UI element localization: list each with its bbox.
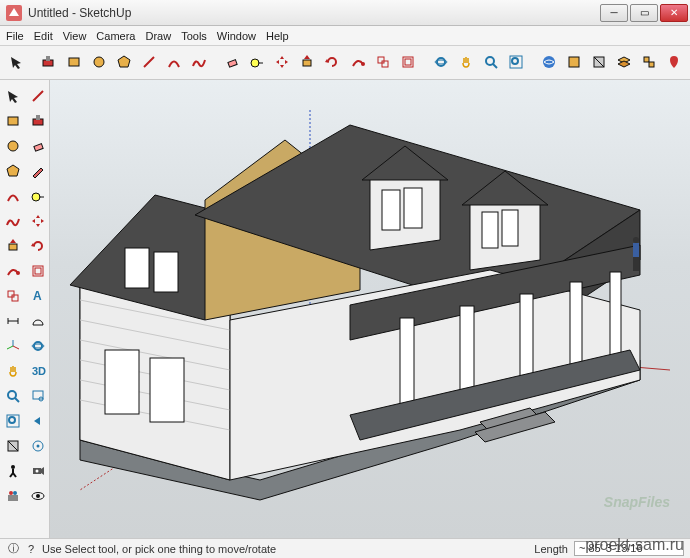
svg-point-66 bbox=[11, 465, 15, 469]
orbit-icon bbox=[30, 338, 46, 356]
menu-window[interactable]: Window bbox=[217, 30, 256, 42]
rectangle-tool[interactable] bbox=[2, 111, 24, 133]
pushpull-tool[interactable] bbox=[2, 236, 24, 258]
polygon-tool[interactable] bbox=[112, 51, 135, 75]
polygon-tool[interactable] bbox=[2, 161, 24, 183]
move-tool[interactable] bbox=[271, 51, 294, 75]
people-tool[interactable] bbox=[2, 486, 24, 508]
menu-edit[interactable]: Edit bbox=[34, 30, 53, 42]
zoom-tool[interactable] bbox=[479, 51, 502, 75]
walk-tool[interactable] bbox=[2, 461, 24, 483]
3dwarehouse-tool[interactable] bbox=[537, 51, 560, 75]
look-around-icon bbox=[30, 438, 46, 456]
offset-tool[interactable] bbox=[27, 261, 49, 283]
zoom-tool[interactable] bbox=[2, 386, 24, 408]
eraser-tool[interactable] bbox=[220, 51, 243, 75]
svg-rect-29 bbox=[649, 62, 654, 67]
eye-tool[interactable] bbox=[27, 486, 49, 508]
zoom-extents-icon bbox=[5, 413, 21, 431]
layers-tool[interactable] bbox=[613, 51, 636, 75]
followme-tool[interactable] bbox=[346, 51, 369, 75]
followme-tool[interactable] bbox=[2, 261, 24, 283]
circle-tool[interactable] bbox=[87, 51, 110, 75]
menu-camera[interactable]: Camera bbox=[96, 30, 135, 42]
people-icon bbox=[5, 488, 21, 506]
components-tool[interactable] bbox=[638, 51, 661, 75]
svg-text:A: A bbox=[33, 289, 42, 303]
menu-view[interactable]: View bbox=[63, 30, 87, 42]
orbit-tool[interactable] bbox=[429, 51, 452, 75]
svg-rect-12 bbox=[378, 57, 384, 63]
paint-tool[interactable] bbox=[27, 111, 49, 133]
3dtext-tool[interactable]: 3D bbox=[27, 361, 49, 383]
previous-view-tool[interactable] bbox=[27, 411, 49, 433]
menu-tools[interactable]: Tools bbox=[181, 30, 207, 42]
length-value[interactable]: ~ 85' 3 13/16 bbox=[574, 541, 684, 556]
orbit-tool[interactable] bbox=[27, 336, 49, 358]
tape-tool[interactable] bbox=[246, 51, 269, 75]
svg-rect-10 bbox=[303, 60, 311, 66]
paint-icon bbox=[30, 113, 46, 131]
svg-point-60 bbox=[9, 417, 15, 423]
scale-tool[interactable] bbox=[2, 286, 24, 308]
offset-tool[interactable] bbox=[396, 51, 419, 75]
scale-icon bbox=[5, 288, 21, 306]
zoom-extents-tool[interactable] bbox=[504, 51, 527, 75]
paint-tool[interactable] bbox=[37, 51, 60, 75]
rotate-tool[interactable] bbox=[321, 51, 344, 75]
arc-tool[interactable] bbox=[2, 186, 24, 208]
move-tool[interactable] bbox=[27, 211, 49, 233]
scale-tool[interactable] bbox=[371, 51, 394, 75]
help-icon[interactable]: ? bbox=[24, 542, 38, 556]
app-icon bbox=[6, 5, 22, 21]
position-camera-tool[interactable] bbox=[27, 461, 49, 483]
svg-rect-118 bbox=[633, 243, 639, 257]
section-tool[interactable] bbox=[587, 51, 610, 75]
svg-rect-109 bbox=[610, 272, 621, 364]
circle-tool[interactable] bbox=[2, 136, 24, 158]
svg-point-77 bbox=[36, 494, 40, 498]
dimension-tool[interactable] bbox=[2, 311, 24, 333]
menu-file[interactable]: File bbox=[6, 30, 24, 42]
select-tool[interactable] bbox=[4, 51, 27, 75]
select-tool[interactable] bbox=[2, 86, 24, 108]
close-button[interactable]: ✕ bbox=[660, 4, 688, 22]
pan-tool[interactable] bbox=[2, 361, 24, 383]
followme-icon bbox=[350, 54, 366, 72]
section-tool[interactable] bbox=[2, 436, 24, 458]
svg-marker-5 bbox=[118, 56, 130, 67]
viewport-3d[interactable]: SnapFiles bbox=[50, 80, 690, 538]
menu-help[interactable]: Help bbox=[266, 30, 289, 42]
eraser-tool[interactable] bbox=[27, 136, 49, 158]
menu-bar: File Edit View Camera Draw Tools Window … bbox=[0, 26, 690, 46]
color-picker-tool[interactable] bbox=[562, 51, 585, 75]
left-toolbar: A3D bbox=[0, 80, 50, 538]
line-tool[interactable] bbox=[137, 51, 160, 75]
minimize-button[interactable]: ─ bbox=[600, 4, 628, 22]
add-location-tool[interactable] bbox=[663, 51, 686, 75]
pushpull-icon bbox=[5, 238, 21, 256]
freehand-tool[interactable] bbox=[188, 51, 211, 75]
tape-tool[interactable] bbox=[27, 186, 49, 208]
pan-tool[interactable] bbox=[454, 51, 477, 75]
text-tool[interactable]: A bbox=[27, 286, 49, 308]
line-tool[interactable] bbox=[27, 86, 49, 108]
rotate-tool[interactable] bbox=[27, 236, 49, 258]
menu-draw[interactable]: Draw bbox=[145, 30, 171, 42]
rectangle-tool[interactable] bbox=[62, 51, 85, 75]
tape-icon bbox=[30, 188, 46, 206]
arc-tool[interactable] bbox=[162, 51, 185, 75]
protractor-tool[interactable] bbox=[27, 311, 49, 333]
look-around-tool[interactable] bbox=[27, 436, 49, 458]
pencil-tool[interactable] bbox=[27, 161, 49, 183]
freehand-tool[interactable] bbox=[2, 211, 24, 233]
pushpull-tool[interactable] bbox=[296, 51, 319, 75]
zoom-window-tool[interactable] bbox=[27, 386, 49, 408]
svg-point-40 bbox=[16, 271, 20, 275]
maximize-button[interactable]: ▭ bbox=[630, 4, 658, 22]
move-icon bbox=[274, 54, 290, 72]
zoom-extents-tool[interactable] bbox=[2, 411, 24, 433]
pencil-icon bbox=[30, 163, 46, 181]
axes-tool[interactable] bbox=[2, 336, 24, 358]
svg-point-34 bbox=[8, 141, 18, 151]
